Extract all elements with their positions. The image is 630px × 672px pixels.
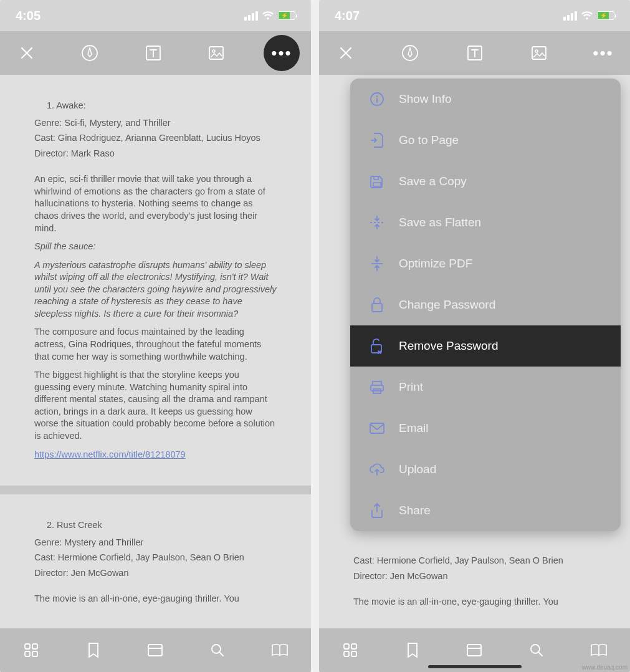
flatten-icon	[369, 214, 385, 231]
item-genre: Genre: Sci-fi, Mystery, and Thriller	[34, 117, 277, 130]
menu-item-print[interactable]: Print	[350, 367, 621, 408]
menu-item-remove-password[interactable]: Remove Password	[350, 325, 621, 367]
item-director: Director: Jen McGowan	[34, 567, 277, 580]
svg-rect-2	[209, 47, 223, 59]
text-tool-button[interactable]	[138, 37, 169, 69]
search-button[interactable]	[524, 638, 549, 663]
share-icon	[369, 502, 385, 519]
item-genre: Genre: Mystery and Thriller	[34, 537, 277, 549]
svg-point-17	[376, 95, 378, 97]
menu-item-label: Share	[399, 504, 431, 517]
goto-page-icon	[369, 132, 385, 148]
more-icon: •••	[271, 44, 292, 63]
status-bar: 4:05 ⚡	[0, 0, 311, 31]
svg-rect-8	[148, 645, 162, 656]
svg-rect-25	[373, 382, 381, 385]
image-tool-button[interactable]	[523, 37, 555, 69]
menu-item-change-password[interactable]: Change Password	[350, 284, 621, 325]
more-menu-dropdown: Show Info Go to Page Save a Copy Save as…	[350, 79, 621, 531]
item-cast: Cast: Gina Rodriguez, Arianna Greenblatt…	[34, 132, 277, 145]
item-cast: Cast: Hermione Corfield, Jay Paulson, Se…	[34, 552, 277, 564]
svg-line-36	[538, 652, 542, 656]
document-viewport[interactable]: 1. Awake: Genre: Sci-fi, Mystery, and Th…	[0, 75, 311, 628]
item-paragraph: The movie is an all-in-one, eye-gauging …	[353, 596, 596, 608]
page-separator	[0, 486, 311, 494]
menu-item-label: Email	[399, 421, 429, 435]
status-right: ⚡	[563, 11, 614, 21]
item-paragraph: An epic, sci-fi thriller movie that will…	[34, 173, 277, 234]
status-bar: 4:07 ⚡	[319, 0, 630, 31]
upload-icon	[369, 461, 385, 478]
svg-rect-6	[25, 651, 30, 656]
save-copy-icon	[369, 173, 385, 190]
svg-rect-5	[32, 644, 37, 649]
print-icon	[369, 379, 385, 395]
watermark: www.deuaq.com	[582, 664, 628, 671]
menu-item-label: Go to Page	[399, 133, 459, 147]
menu-item-label: Change Password	[399, 298, 495, 312]
book-view-button[interactable]	[586, 638, 611, 663]
menu-item-label: Save as Flatten	[399, 216, 481, 229]
status-right: ⚡	[244, 11, 295, 21]
svg-rect-33	[467, 645, 481, 656]
menu-item-save-copy[interactable]: Save a Copy	[350, 161, 621, 202]
pen-tool-button[interactable]	[394, 37, 426, 69]
more-button[interactable]: •••	[588, 37, 619, 69]
battery-icon: ⚡	[597, 11, 614, 20]
menu-item-share[interactable]: Share	[350, 490, 621, 531]
status-time: 4:07	[335, 9, 360, 23]
bookmark-button[interactable]	[400, 638, 425, 663]
bookmark-button[interactable]	[81, 638, 106, 663]
lock-icon	[369, 297, 385, 313]
close-button[interactable]	[330, 37, 361, 69]
reader-view-button[interactable]	[462, 638, 487, 663]
item-spill-heading: Spill the sauce:	[34, 241, 277, 253]
phone-right: 4:07 ⚡ ••• Cast: Hermione Corfield, Jay	[319, 0, 630, 672]
info-icon	[369, 91, 385, 107]
battery-icon: ⚡	[278, 11, 295, 20]
top-toolbar: •••	[319, 31, 630, 75]
svg-rect-31	[344, 651, 349, 656]
item-paragraph: A mysterious catastrophe disrupts humans…	[34, 259, 277, 320]
reader-view-button[interactable]	[143, 638, 168, 663]
item-director: Director: Mark Raso	[34, 148, 277, 160]
menu-item-email[interactable]: Email	[350, 408, 621, 449]
more-button[interactable]: •••	[264, 35, 300, 71]
menu-item-label: Save a Copy	[399, 175, 467, 188]
svg-rect-26	[371, 385, 383, 391]
close-button[interactable]	[11, 37, 42, 69]
svg-rect-23	[372, 304, 382, 312]
book-view-button[interactable]	[267, 638, 292, 663]
optimize-icon	[369, 256, 385, 272]
grid-view-button[interactable]	[19, 638, 44, 663]
text-tool-button[interactable]	[459, 37, 490, 69]
menu-item-label: Show Info	[399, 92, 452, 106]
item-link[interactable]: https://www.netflix.com/title/81218079	[34, 449, 186, 459]
document-page-2: Cast: Hermione Corfield, Jay Paulson, Se…	[319, 549, 630, 628]
menu-item-go-to-page[interactable]: Go to Page	[350, 120, 621, 161]
menu-item-label: Print	[399, 380, 423, 394]
svg-rect-32	[351, 651, 356, 656]
menu-item-upload[interactable]: Upload	[350, 449, 621, 490]
svg-rect-28	[370, 423, 384, 433]
menu-item-save-flatten[interactable]: Save as Flatten	[350, 202, 621, 243]
item-paragraph: The movie is an all-in-one, eye-gauging …	[34, 593, 277, 605]
svg-rect-14	[532, 47, 546, 59]
top-toolbar: •••	[0, 31, 311, 75]
svg-point-3	[212, 50, 215, 52]
svg-rect-4	[25, 644, 30, 649]
menu-item-show-info[interactable]: Show Info	[350, 79, 621, 120]
menu-item-label: Optimize PDF	[399, 257, 472, 271]
bottom-toolbar	[0, 628, 311, 672]
email-icon	[369, 420, 385, 436]
search-button[interactable]	[205, 638, 230, 663]
pen-tool-button[interactable]	[74, 37, 105, 69]
unlock-remove-icon	[369, 338, 385, 354]
home-indicator	[428, 665, 522, 668]
svg-line-11	[219, 652, 223, 656]
menu-item-optimize-pdf[interactable]: Optimize PDF	[350, 243, 621, 284]
grid-view-button[interactable]	[338, 638, 363, 663]
image-tool-button[interactable]	[201, 37, 232, 69]
cellular-signal-icon	[244, 11, 258, 21]
svg-rect-29	[344, 644, 349, 649]
